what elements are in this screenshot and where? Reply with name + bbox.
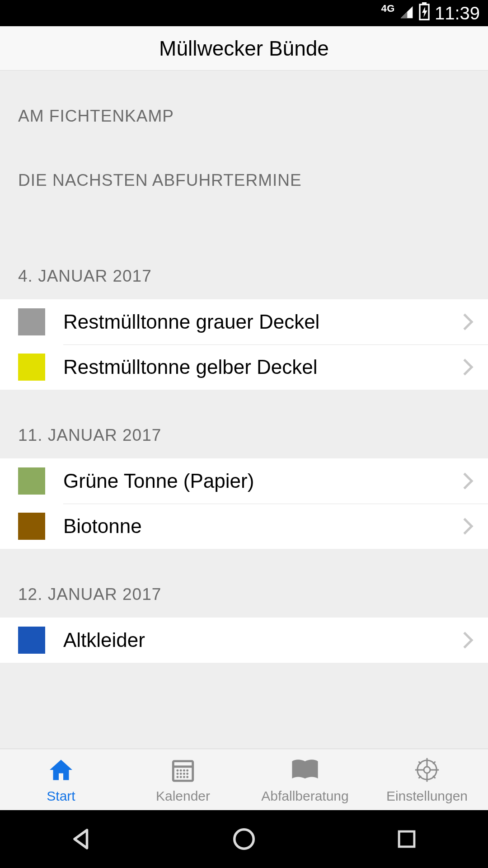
chevron-right-icon <box>457 359 474 376</box>
svg-rect-32 <box>399 831 414 847</box>
svg-point-12 <box>186 773 188 775</box>
pickup-row[interactable]: Grüne Tonne (Papier) <box>0 458 488 504</box>
home-button[interactable] <box>230 825 258 853</box>
pickup-label: Altkleider <box>63 629 459 651</box>
pickup-row[interactable]: Altkleider <box>0 618 488 663</box>
back-button[interactable] <box>67 825 95 853</box>
address-label: AM FICHTENKAMP <box>18 107 470 126</box>
svg-point-8 <box>186 769 188 771</box>
book-icon <box>291 756 319 784</box>
pickup-list-group: Restmülltonne grauer Deckel Restmülltonn… <box>0 299 488 390</box>
clock-time: 11:39 <box>435 3 480 24</box>
date-header: 4. JANUAR 2017 <box>18 226 470 299</box>
tab-settings[interactable]: Einstellungen <box>366 749 488 810</box>
svg-point-15 <box>183 776 185 778</box>
svg-point-18 <box>424 767 430 773</box>
color-swatch <box>18 513 45 540</box>
color-swatch <box>18 467 45 495</box>
svg-point-7 <box>183 769 185 771</box>
tab-calendar[interactable]: Kalender <box>122 749 244 810</box>
chevron-right-icon <box>457 314 474 330</box>
svg-point-5 <box>177 769 179 771</box>
chevron-right-icon <box>457 473 474 490</box>
pickup-label: Restmülltonne grauer Deckel <box>63 311 459 333</box>
svg-point-10 <box>180 773 182 775</box>
cell-signal-icon <box>399 3 414 24</box>
tab-label: Einstellungen <box>386 788 468 804</box>
app-header: Müllwecker Bünde <box>0 26 488 71</box>
bottom-tab-bar: Start Kalender Abfallberatung <box>0 749 488 810</box>
pickup-list-group: Grüne Tonne (Papier) Biotonne <box>0 458 488 549</box>
gear-icon <box>413 756 441 784</box>
pickup-label: Biotonne <box>63 515 459 538</box>
battery-charging-icon <box>418 2 430 24</box>
date-header: 12. JANUAR 2017 <box>18 585 470 618</box>
tab-label: Abfallberatung <box>261 788 348 804</box>
svg-point-11 <box>183 773 185 775</box>
tab-advice[interactable]: Abfallberatung <box>244 749 366 810</box>
svg-point-13 <box>177 776 179 778</box>
pickup-row[interactable]: Restmülltonne grauer Deckel <box>0 299 488 344</box>
tab-start[interactable]: Start <box>0 749 122 810</box>
svg-point-31 <box>235 830 254 849</box>
svg-marker-2 <box>422 7 427 17</box>
pickup-label: Restmülltonne gelber Deckel <box>63 356 459 378</box>
color-swatch <box>18 627 45 654</box>
network-4g-label: 4G <box>381 3 395 14</box>
svg-point-6 <box>180 769 182 771</box>
svg-point-14 <box>180 776 182 778</box>
svg-rect-3 <box>173 761 193 781</box>
upcoming-dates-label: DIE NACHSTEN ABFUHRTERMINE <box>18 171 470 190</box>
chevron-right-icon <box>457 518 474 535</box>
svg-point-16 <box>186 776 188 778</box>
pickup-list-group: Altkleider <box>0 618 488 663</box>
pickup-row[interactable]: Biotonne <box>0 504 488 549</box>
pickup-label: Grüne Tonne (Papier) <box>63 470 459 492</box>
android-status-bar: 4G 11:39 <box>0 0 488 26</box>
page-title: Müllwecker Bünde <box>159 36 329 61</box>
chevron-right-icon <box>457 632 474 649</box>
tab-label: Kalender <box>156 788 210 804</box>
recent-apps-button[interactable] <box>393 825 421 853</box>
tab-label: Start <box>47 788 75 804</box>
color-swatch <box>18 308 45 335</box>
pickup-row[interactable]: Restmülltonne gelber Deckel <box>0 344 488 390</box>
android-nav-bar <box>0 810 488 868</box>
calendar-icon <box>169 756 197 784</box>
color-swatch <box>18 354 45 381</box>
date-header: 11. JANUAR 2017 <box>18 426 470 458</box>
main-content[interactable]: AM FICHTENKAMP DIE NACHSTEN ABFUHRTERMIN… <box>0 71 488 749</box>
home-icon <box>47 756 75 784</box>
svg-point-9 <box>177 773 179 775</box>
